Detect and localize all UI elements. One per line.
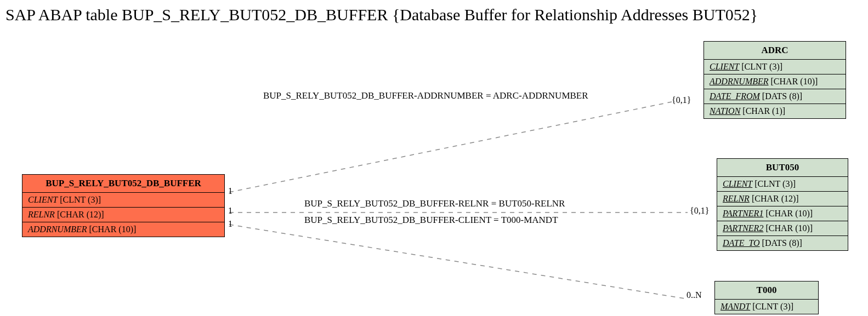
- cardinality-right-1: {0,1}: [672, 95, 691, 105]
- page-title: SAP ABAP table BUP_S_RELY_BUT052_DB_BUFF…: [5, 5, 758, 24]
- entity-adrc-field-0: CLIENT [CLNT (3)]: [704, 60, 846, 74]
- entity-t000: T000 MANDT [CLNT (3)]: [714, 281, 819, 314]
- entity-adrc: ADRC CLIENT [CLNT (3)] ADDRNUMBER [CHAR …: [704, 41, 846, 119]
- field-label: CLIENT: [723, 179, 752, 188]
- entity-adrc-field-2: DATE_FROM [DATS (8)]: [704, 89, 846, 104]
- field-type: [CHAR (10)]: [763, 223, 813, 233]
- field-label: DATE_FROM: [710, 91, 760, 101]
- entity-but050-header: BUT050: [717, 159, 848, 177]
- field-type: [CLNT (3)]: [752, 179, 796, 188]
- entity-main: BUP_S_RELY_BUT052_DB_BUFFER CLIENT [CLNT…: [22, 174, 225, 237]
- entity-but050-field-0: CLIENT [CLNT (3)]: [717, 177, 848, 192]
- cardinality-right-2: {0,1}: [690, 206, 709, 216]
- relation-label-2: BUP_S_RELY_BUT052_DB_BUFFER-RELNR = BUT0…: [304, 198, 565, 209]
- entity-t000-field-0: MANDT [CLNT (3)]: [715, 300, 818, 314]
- entity-but050-field-3: PARTNER2 [CHAR (10)]: [717, 221, 848, 236]
- field-label: RELNR: [723, 194, 750, 203]
- entity-but050-field-1: RELNR [CHAR (12)]: [717, 192, 848, 206]
- field-type: [CLNT (3)]: [739, 62, 782, 71]
- field-type: [CLNT (3)]: [750, 302, 793, 311]
- field-type: [CHAR (12)]: [55, 210, 104, 219]
- entity-t000-header: T000: [715, 281, 818, 300]
- field-type: [CLNT (3)]: [58, 195, 101, 204]
- entity-main-field-2: ADDRNUMBER [CHAR (10)]: [22, 222, 224, 237]
- field-type: [CHAR (1)]: [740, 106, 785, 116]
- entity-but050-field-2: PARTNER1 [CHAR (10)]: [717, 206, 848, 221]
- field-type: [CHAR (10)]: [763, 209, 813, 218]
- entity-but050: BUT050 CLIENT [CLNT (3)] RELNR [CHAR (12…: [717, 158, 848, 251]
- entity-main-field-1: RELNR [CHAR (12)]: [22, 208, 224, 222]
- field-label: CLIENT: [28, 195, 58, 204]
- cardinality-right-3: 0..N: [687, 290, 702, 300]
- entity-main-header: BUP_S_RELY_BUT052_DB_BUFFER: [22, 175, 224, 193]
- field-label: ADDRNUMBER: [28, 225, 87, 234]
- entity-but050-field-4: DATE_TO [DATS (8)]: [717, 236, 848, 250]
- field-type: [DATS (8)]: [760, 238, 802, 248]
- entity-adrc-field-1: ADDRNUMBER [CHAR (10)]: [704, 74, 846, 89]
- svg-line-0: [229, 102, 672, 192]
- field-label: NATION: [710, 106, 740, 116]
- entity-adrc-header: ADRC: [704, 42, 846, 60]
- cardinality-left-1: 1: [228, 186, 232, 196]
- field-label: MANDT: [721, 302, 750, 311]
- field-label: PARTNER2: [723, 223, 763, 233]
- field-label: DATE_TO: [723, 238, 760, 248]
- entity-adrc-field-3: NATION [CHAR (1)]: [704, 104, 846, 118]
- entity-main-field-0: CLIENT [CLNT (3)]: [22, 193, 224, 208]
- cardinality-left-3: 1: [228, 219, 232, 229]
- cardinality-left-2: 1: [228, 206, 232, 216]
- field-label: PARTNER1: [723, 209, 763, 218]
- field-label: ADDRNUMBER: [710, 77, 769, 86]
- field-label: CLIENT: [710, 62, 739, 71]
- relation-label-3: BUP_S_RELY_BUT052_DB_BUFFER-CLIENT = T00…: [304, 215, 558, 226]
- field-type: [DATS (8)]: [760, 91, 802, 101]
- relation-label-1: BUP_S_RELY_BUT052_DB_BUFFER-ADDRNUMBER =…: [263, 90, 588, 101]
- field-label: RELNR: [28, 210, 55, 219]
- field-type: [CHAR (10)]: [769, 77, 818, 86]
- field-type: [CHAR (10)]: [87, 225, 137, 234]
- field-type: [CHAR (12)]: [750, 194, 799, 203]
- svg-line-2: [229, 225, 684, 298]
